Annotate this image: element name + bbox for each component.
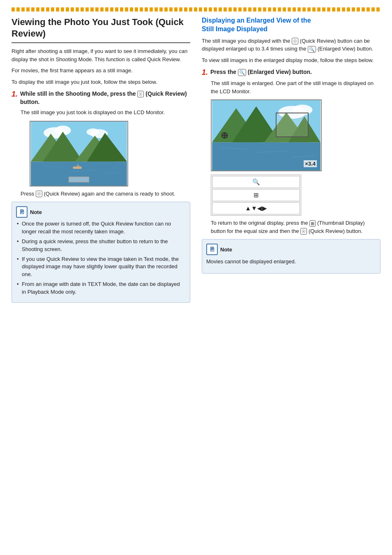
right-intro-para-1: The still image you displayed with the ☉… — [202, 37, 380, 53]
note-box-left: 🖹 Note Once the power is turned off, the… — [12, 202, 190, 303]
button-row-1: 🔍 — [212, 176, 300, 188]
note-item-4: From an image with date in TEXT Mode, th… — [16, 281, 184, 296]
thumbnail-icon: ⊞ — [309, 220, 316, 227]
enlarge-icon-ref: 🔍 — [308, 46, 316, 53]
page-wrapper: Viewing the Photo You Just Took (Quick R… — [0, 0, 392, 314]
enlarge-view-icon: 🔍 — [238, 69, 246, 76]
lcd-image-left — [30, 121, 128, 187]
step1-right-number: 1. — [202, 68, 208, 77]
area-indicator-box — [276, 113, 309, 137]
note-label-right: Note — [220, 246, 232, 253]
note-box-right: 🖹 Note Movies cannot be displayed enlarg… — [202, 239, 380, 274]
note-header-left: 🖹 Note — [16, 206, 184, 218]
two-column-layout: Viewing the Photo You Just Took (Quick R… — [12, 16, 380, 303]
section-heading: Displaying an Enlarged View of the Still… — [202, 16, 380, 34]
note-text-right: Movies cannot be displayed enlarged. — [206, 258, 374, 266]
note-icon-right: 🖹 — [206, 244, 218, 255]
left-column: Viewing the Photo You Just Took (Quick R… — [12, 16, 190, 303]
button-function-table: 🔍 ⊞ ▲▼◀▶ — [211, 175, 301, 216]
note-item-3: If you use Quick Review to view the imag… — [16, 256, 184, 279]
intro-para-3: To display the still image you just took… — [12, 78, 190, 86]
quick-review-icon-right: ☉ — [292, 38, 298, 44]
button-icon-3: ▲▼◀▶ — [212, 202, 300, 214]
intro-para-1: Right after shooting a still image, if y… — [12, 47, 190, 63]
step1-right-body: The still image is enlarged. One part of… — [211, 79, 380, 235]
note-item-1: Once the power is turned off, the Quick … — [16, 220, 184, 236]
quick-review-icon-2: ☉ — [36, 191, 42, 197]
step1-right-row: 1. Press the 🔍 (Enlarged View) button. — [202, 68, 380, 77]
note-header-right: 🖹 Note — [206, 244, 374, 255]
top-decorative-border — [12, 7, 380, 12]
note-icon-left: 🖹 — [16, 206, 28, 218]
after-step-text: Press ☉ (Quick Review) again and the cam… — [21, 190, 190, 198]
step1-right-body-text: The still image is enlarged. One part of… — [211, 79, 380, 95]
button-row-2: ⊞ — [212, 189, 300, 201]
step1-text: While still in the Shooting Mode, press … — [20, 90, 190, 106]
step1-right-text: Press the 🔍 (Enlarged View) button. — [210, 68, 312, 76]
main-title: Viewing the Photo You Just Took (Quick R… — [12, 16, 190, 43]
crosshair-icon: ⊕ — [221, 130, 228, 141]
heading-line1: Displaying an Enlarged View of the — [202, 17, 311, 24]
mag-indicator: ×3.4 — [304, 160, 317, 167]
quick-review-icon-3: ☉ — [300, 228, 307, 235]
lcd-frame-indicator — [69, 177, 89, 182]
note-label-left: Note — [30, 209, 42, 215]
right-column: Displaying an Enlarged View of the Still… — [202, 16, 380, 303]
heading-line2: Still Image Displayed — [202, 25, 267, 32]
step1-number: 1. — [12, 90, 18, 99]
svg-rect-13 — [73, 166, 81, 169]
step1-body: The still image you just took is display… — [21, 108, 190, 198]
landscape-scene-svg — [30, 122, 127, 186]
step1-body-text: The still image you just took is display… — [21, 108, 190, 117]
right-intro-para-2: To view still images in the enlarged dis… — [202, 56, 380, 64]
button-icon-1: 🔍 — [212, 176, 300, 188]
button-icon-2: ⊞ — [212, 189, 300, 201]
step1-row: 1. While still in the Shooting Mode, pre… — [12, 90, 190, 106]
intro-para-2: For movies, the first frame appears as a… — [12, 67, 190, 75]
note-item-2: During a quick review, press the shutter… — [16, 238, 184, 253]
svg-point-4 — [87, 128, 99, 136]
quick-review-icon-1: ☉ — [137, 91, 144, 97]
lcd-image-right: ⊕ ×3.4 — [211, 99, 322, 171]
note-list-left: Once the power is turned off, the Quick … — [16, 220, 184, 296]
button-row-3: ▲▼◀▶ — [212, 202, 300, 214]
return-text: To return to the original display, press… — [211, 219, 380, 235]
